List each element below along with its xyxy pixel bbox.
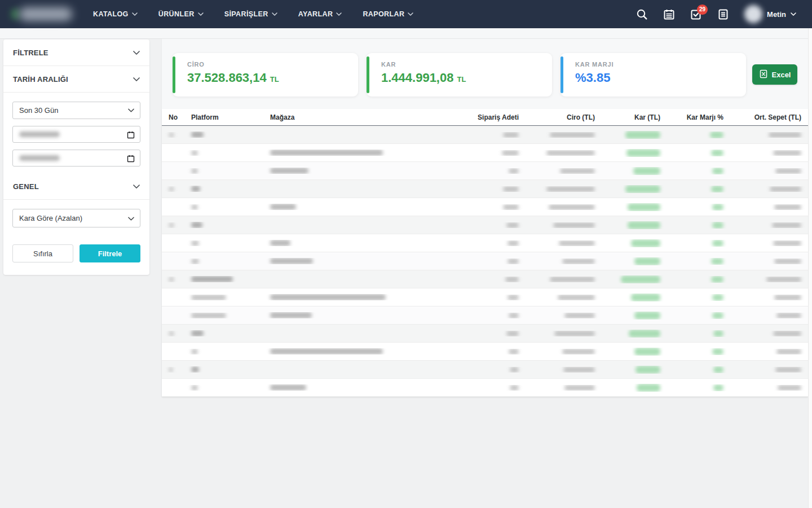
calendar-picker-icon[interactable]	[127, 131, 135, 141]
end-date-value-redacted	[19, 155, 60, 161]
table-cell	[523, 186, 599, 192]
platform-group-row[interactable]	[162, 270, 808, 288]
table-cell	[162, 132, 187, 138]
menu-item-ürünler[interactable]: ÜRÜNLER	[158, 10, 204, 18]
start-date-input[interactable]	[12, 126, 140, 143]
redacted-value	[711, 258, 723, 265]
table-cell	[447, 385, 523, 391]
search-icon[interactable]	[636, 8, 648, 20]
report-main-panel: CİRO 37.528.863,14 TL KAR 1.444.991,08 T…	[162, 38, 808, 397]
column-header-6[interactable]: Kar Marjı %	[665, 113, 728, 121]
table-cell	[187, 259, 266, 264]
redacted-value	[774, 204, 801, 210]
sort-select[interactable]: Kara Göre (Azalan)	[12, 209, 140, 227]
table-cell	[599, 131, 665, 139]
orders-list-icon[interactable]	[717, 8, 729, 20]
table-cell	[523, 204, 599, 210]
column-header-2[interactable]: Mağaza	[266, 113, 447, 121]
table-cell	[665, 312, 728, 319]
column-header-7[interactable]: Ort. Sepet (TL)	[728, 113, 808, 121]
platform-group-row[interactable]	[162, 325, 808, 343]
redacted-value	[503, 132, 519, 138]
table-cell	[523, 277, 599, 282]
redacted-value	[712, 348, 723, 355]
top-navigation-bar: KATALOGÜRÜNLERSİPARİŞLERAYARLARRAPORLAR …	[0, 0, 812, 28]
store-row[interactable]	[162, 288, 808, 306]
store-row[interactable]	[162, 144, 808, 162]
redacted-value	[629, 330, 660, 338]
store-row[interactable]	[162, 234, 808, 252]
redacted-value	[270, 258, 313, 264]
excel-button-label: Excel	[772, 71, 791, 79]
table-cell	[187, 295, 266, 300]
store-row[interactable]	[162, 198, 808, 216]
table-cell	[599, 203, 665, 211]
filter-section-header[interactable]: FİLTRELE	[3, 40, 149, 66]
reset-button[interactable]: Sıfırla	[12, 244, 73, 262]
ciro-value-unit: TL	[270, 75, 279, 84]
tasks-icon[interactable]: 29	[690, 8, 702, 20]
table-cell	[162, 331, 187, 336]
store-row[interactable]	[162, 343, 808, 361]
table-cell	[665, 240, 728, 247]
date-range-section-header[interactable]: TARİH ARALIĞI	[3, 66, 149, 93]
menu-item-si̇pari̇şler[interactable]: SİPARİŞLER	[224, 10, 277, 18]
table-cell	[599, 384, 665, 392]
table-cell	[665, 168, 728, 174]
brand-logo[interactable]	[0, 0, 90, 28]
redacted-value	[634, 257, 660, 265]
platform-group-row[interactable]	[162, 216, 808, 234]
filter-button[interactable]: Filtrele	[80, 244, 140, 262]
platform-group-row[interactable]	[162, 361, 808, 379]
user-menu[interactable]: Metin	[744, 5, 796, 23]
redacted-value	[191, 132, 204, 138]
table-cell	[599, 239, 665, 247]
page-scrollbar[interactable]	[808, 28, 812, 508]
redacted-value	[625, 131, 660, 139]
redacted-value	[549, 204, 595, 210]
column-header-1[interactable]: Platform	[187, 113, 266, 121]
table-cell	[187, 186, 266, 192]
calendar-picker-icon[interactable]	[127, 155, 135, 165]
store-row[interactable]	[162, 252, 808, 270]
ciro-card-accent	[173, 56, 175, 93]
column-header-3[interactable]: Sipariş Adeti	[447, 113, 523, 121]
brand-logo-mark	[11, 9, 19, 19]
kar-card-value: 1.444.991,08 TL	[381, 71, 552, 85]
table-cell	[523, 313, 599, 318]
column-header-5[interactable]: Kar (TL)	[599, 113, 665, 121]
end-date-input[interactable]	[12, 150, 140, 167]
table-cell	[665, 276, 728, 283]
date-range-select[interactable]: Son 30 Gün	[12, 102, 140, 119]
redacted-value	[628, 203, 660, 211]
store-row[interactable]	[162, 379, 808, 397]
date-range-controls: Son 30 Gün	[3, 93, 149, 167]
store-row[interactable]	[162, 162, 808, 180]
menu-item-ayarlar[interactable]: AYARLAR	[298, 10, 342, 18]
table-cell	[187, 240, 266, 246]
chevron-down-icon	[128, 108, 134, 112]
column-header-0[interactable]: No	[162, 113, 187, 121]
calendar-icon[interactable]	[663, 8, 675, 20]
kar-marji-card-value: %3.85	[575, 71, 746, 85]
redacted-value	[634, 312, 660, 319]
column-header-4[interactable]: Ciro (TL)	[523, 113, 599, 121]
excel-export-button[interactable]: Excel	[752, 64, 797, 85]
platform-group-row[interactable]	[162, 180, 808, 198]
redacted-value	[169, 222, 174, 228]
date-range-select-value: Son 30 Gün	[19, 106, 58, 115]
platform-group-row[interactable]	[162, 126, 808, 144]
table-cell	[523, 349, 599, 354]
sort-controls: Kara Göre (Azalan)	[3, 200, 149, 227]
menu-item-raporlar[interactable]: RAPORLAR	[363, 10, 413, 18]
general-section-header[interactable]: GENEL	[3, 173, 149, 200]
redacted-value	[628, 221, 660, 229]
redacted-value	[564, 385, 595, 391]
menu-item-katalog[interactable]: KATALOG	[93, 10, 138, 18]
store-row[interactable]	[162, 306, 808, 325]
redacted-value	[508, 259, 519, 264]
table-cell	[728, 132, 808, 138]
redacted-value	[564, 313, 595, 318]
redacted-value	[191, 240, 199, 246]
redacted-value	[560, 168, 595, 174]
